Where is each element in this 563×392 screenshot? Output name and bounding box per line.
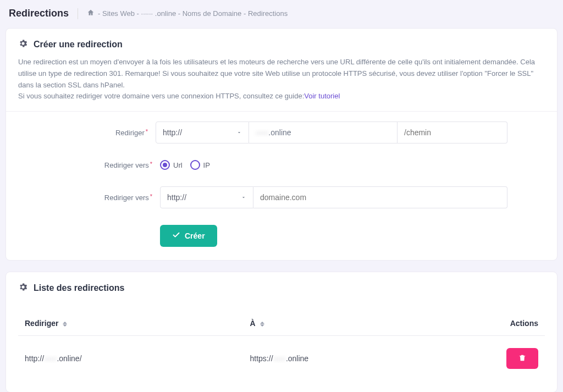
trash-icon bbox=[518, 354, 527, 364]
breadcrumb[interactable]: - Sites Web - ······ .online - Noms de D… bbox=[87, 9, 288, 18]
page-title: Redirections bbox=[9, 8, 69, 19]
radio-url[interactable]: Url bbox=[160, 160, 183, 170]
row-to-prefix: https:// bbox=[250, 354, 273, 363]
create-redirect-card: Créer une redirection Une redirection es… bbox=[5, 28, 558, 261]
chevron-down-icon bbox=[236, 128, 242, 137]
redirects-table: Rediriger À Actions http://······.online… bbox=[18, 311, 545, 381]
radio-url-label: Url bbox=[173, 161, 183, 169]
gear-icon bbox=[18, 38, 28, 50]
create-desc-2: Si vous souhaitez rediriger votre domain… bbox=[18, 92, 304, 100]
home-icon[interactable] bbox=[87, 9, 95, 18]
domain-from-field[interactable]: ······.online bbox=[249, 122, 398, 143]
radio-ip-circle bbox=[190, 160, 200, 170]
col-from-header[interactable]: Rediriger bbox=[18, 311, 250, 336]
sort-icon bbox=[260, 322, 264, 327]
row-from-suffix: .online/ bbox=[57, 354, 81, 363]
domain-suffix: .online bbox=[268, 128, 291, 137]
protocol-to-value: http:// bbox=[167, 193, 186, 202]
protocol-from-select[interactable]: http:// bbox=[156, 122, 249, 143]
radio-ip-label: IP bbox=[203, 161, 210, 169]
row-from-blur: ······ bbox=[44, 354, 57, 363]
radio-url-circle bbox=[160, 160, 170, 170]
col-actions-header: Actions bbox=[461, 311, 545, 336]
label-redirect-to: Rediriger vers* bbox=[56, 194, 160, 202]
domain-blur: ······ bbox=[256, 128, 268, 137]
create-button-label: Créer bbox=[185, 231, 205, 240]
label-redirect: Rediriger* bbox=[56, 129, 156, 137]
create-desc-1: Une redirection est un moyen d'envoyer à… bbox=[18, 58, 535, 89]
protocol-to-select[interactable]: http:// bbox=[160, 186, 253, 208]
row-to-blur: ······ bbox=[273, 354, 286, 363]
row-to-suffix: .online bbox=[286, 354, 308, 363]
row-from-prefix: http:// bbox=[25, 354, 44, 363]
check-icon bbox=[172, 231, 180, 241]
col-to-header[interactable]: À bbox=[250, 311, 461, 336]
list-card-title: Liste des redirections bbox=[34, 283, 124, 293]
radio-ip[interactable]: IP bbox=[190, 160, 210, 170]
redirects-list-card: Liste des redirections Rediriger À Actio… bbox=[5, 272, 558, 392]
tutorial-link[interactable]: Voir tutoriel bbox=[304, 92, 340, 100]
delete-button[interactable] bbox=[506, 348, 538, 369]
domain-to-input[interactable] bbox=[253, 186, 507, 208]
chevron-down-icon bbox=[241, 193, 246, 202]
create-button[interactable]: Créer bbox=[160, 225, 217, 247]
create-card-title: Créer une redirection bbox=[34, 40, 123, 49]
gear-icon bbox=[18, 282, 28, 294]
protocol-from-value: http:// bbox=[163, 128, 182, 137]
table-row: http://······.online/ https://······.onl… bbox=[18, 336, 545, 382]
path-input[interactable] bbox=[398, 122, 507, 143]
header-separator bbox=[78, 8, 78, 19]
label-redirect-type: Rediriger vers* bbox=[56, 161, 160, 169]
breadcrumb-text: - Sites Web - ······ .online - Noms de D… bbox=[98, 9, 288, 18]
sort-icon bbox=[63, 322, 67, 327]
